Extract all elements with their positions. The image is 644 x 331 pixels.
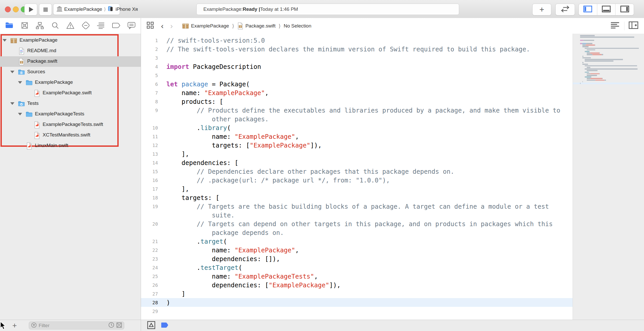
tree-row-examplepackage-swift[interactable]: ExamplePackage.swift	[0, 88, 141, 98]
stop-button[interactable]	[39, 4, 52, 15]
package-icon	[182, 23, 189, 29]
disclosure-triangle-icon[interactable]	[18, 81, 22, 84]
library-add-button[interactable]: +	[532, 4, 551, 15]
navigator-tab-find-navigator[interactable]	[50, 20, 61, 32]
code-line[interactable]: 11 name: "ExamplePackage",	[141, 132, 573, 141]
code-view[interactable]: 1// swift-tools-version:5.02// The swift…	[141, 34, 573, 320]
navigator-tab-project-navigator[interactable]	[4, 20, 15, 32]
code-line[interactable]: 7 name: "ExamplePackage",	[141, 88, 573, 97]
toggle-inspector-button[interactable]	[615, 4, 634, 15]
line-number: 20	[141, 221, 158, 227]
navigator-tab-source-control-navigator[interactable]	[19, 20, 30, 32]
navigator-tab-debug-navigator[interactable]	[95, 20, 107, 32]
tree-row-package-swift[interactable]: Package.swift	[0, 56, 141, 67]
code-line[interactable]: 24 .testTarget(	[141, 263, 573, 272]
code-line[interactable]: 21 .target(	[141, 237, 573, 246]
square-triangle-icon[interactable]	[147, 321, 155, 330]
tree-row-linuxmain-swift[interactable]: LinuxMain.swift	[0, 141, 141, 151]
run-button[interactable]	[24, 4, 37, 15]
code-line[interactable]: 19 // Targets are the basic building blo…	[141, 202, 573, 211]
filter-field[interactable]: Filter	[29, 321, 124, 329]
code-line[interactable]: 6let package = Package(	[141, 80, 573, 88]
disclosure-triangle-icon[interactable]	[18, 113, 22, 115]
code-review-button[interactable]	[555, 4, 575, 15]
code-line[interactable]: 20 // Targets can depend on other target…	[141, 219, 573, 228]
minimap-line	[587, 80, 595, 81]
code-line[interactable]: 14 dependencies: [	[141, 158, 573, 167]
close-window-button[interactable]	[5, 6, 11, 12]
code-line[interactable]: 26 dependencies: ["ExamplePackage"]),	[141, 281, 573, 289]
code-line[interactable]: 27 ]	[141, 289, 573, 298]
code-line[interactable]: 22 name: "ExamplePackage",	[141, 246, 573, 254]
debug-panel-icon	[602, 6, 611, 13]
code-line[interactable]: 15 // Dependencies declare other package…	[141, 167, 573, 176]
code-line[interactable]: 29	[141, 307, 573, 316]
code-line[interactable]: 17 ],	[141, 185, 573, 193]
tree-row-tests[interactable]: Tests	[0, 98, 141, 109]
code-line[interactable]: 10 .library(	[141, 123, 573, 132]
code-line[interactable]: 18 targets: [	[141, 193, 573, 202]
code-line[interactable]: suite.	[141, 211, 573, 219]
breakpoint-toggle-icon[interactable]	[161, 322, 169, 329]
code-line[interactable]: 9 // Products define the executables and…	[141, 106, 573, 115]
code-line[interactable]: 5	[141, 71, 573, 80]
scheme-selector[interactable]: ExamplePackage ⟩ iPhone Xʀ	[53, 4, 120, 15]
navigator-tab-issue-navigator[interactable]	[65, 20, 76, 32]
minimap[interactable]	[573, 34, 644, 320]
code-line[interactable]: 16 // .package(url: /* package url */, f…	[141, 176, 573, 185]
minimize-window-button[interactable]	[13, 6, 19, 12]
changes-filter-icon[interactable]	[116, 322, 122, 329]
navigator-tab-breakpoint-navigator[interactable]	[111, 20, 122, 32]
code-line[interactable]: 8 products: [	[141, 97, 573, 106]
breadcrumb-separator: ⟩	[279, 23, 281, 29]
tree-row-examplepackage[interactable]: ExamplePackage	[0, 35, 141, 46]
tree-row-xctestmanifests-swift[interactable]: XCTestManifests.swift	[0, 130, 141, 141]
code-line[interactable]: other packages.	[141, 115, 573, 123]
navigator-tab-test-navigator[interactable]	[80, 20, 91, 32]
toggle-navigator-button[interactable]	[579, 4, 597, 15]
breadcrumb-item[interactable]: No Selection	[284, 23, 311, 29]
tree-row-sources[interactable]: Sources	[0, 67, 141, 77]
tree-row-examplepackage[interactable]: ExamplePackage	[0, 77, 141, 88]
code-line[interactable]: 12 targets: ["ExamplePackage"]),	[141, 141, 573, 150]
breadcrumb-item[interactable]: ExamplePackage	[182, 23, 229, 29]
code-line[interactable]: 1// swift-tools-version:5.0	[141, 36, 573, 45]
tree-row-readme-md[interactable]: README.md	[0, 46, 141, 56]
activity-status: ExamplePackage: Ready | Today at 1:46 PM	[196, 4, 459, 15]
jumpbar-divider	[624, 22, 624, 30]
disclosure-triangle-icon[interactable]	[10, 71, 14, 73]
line-number: 29	[141, 309, 158, 314]
disclosure-triangle-icon[interactable]	[10, 102, 14, 105]
toggle-debug-area-button[interactable]	[597, 4, 615, 15]
line-number: 25	[141, 274, 158, 279]
code-line[interactable]: 13 ],	[141, 150, 573, 158]
editor-options-icon[interactable]	[610, 22, 620, 30]
minimap-line	[580, 40, 583, 41]
code-line[interactable]: 23 dependencies: []),	[141, 254, 573, 263]
back-button[interactable]: ‹	[161, 22, 164, 30]
disclosure-triangle-icon[interactable]	[3, 39, 7, 42]
tree-row-examplepackagetests[interactable]: ExamplePackageTests	[0, 109, 141, 119]
symbols-icon	[36, 22, 44, 30]
minimap-line	[602, 78, 603, 79]
code-line[interactable]: 3	[141, 53, 573, 62]
tree-row-examplepackagetests-swift[interactable]: ExamplePackageTests.swift	[0, 119, 141, 130]
clock-icon[interactable]	[108, 322, 114, 329]
code-line[interactable]: 4import PackageDescription	[141, 62, 573, 71]
related-items-icon[interactable]	[147, 22, 154, 30]
breadcrumb-item[interactable]: Package.swift	[237, 22, 276, 30]
code-line[interactable]: 25 name: "ExamplePackageTests",	[141, 272, 573, 281]
scheme-separator: ⟩	[104, 6, 106, 12]
source-editor[interactable]: 1// swift-tools-version:5.02// The swift…	[141, 34, 644, 320]
code-line-current[interactable]: 28)	[141, 298, 573, 307]
code-text: ],	[166, 185, 189, 193]
rows-icon	[97, 22, 105, 30]
code-line[interactable]: package depends on.	[141, 228, 573, 237]
add-editor-icon[interactable]	[629, 21, 638, 30]
navigator-tab-symbol-navigator[interactable]	[34, 20, 45, 32]
code-line[interactable]: 2// The swift-tools-version declares the…	[141, 45, 573, 53]
add-file-button[interactable]: +	[12, 321, 17, 330]
navigator-tab-report-navigator[interactable]	[126, 20, 137, 32]
navigator-panel-icon	[583, 6, 592, 13]
forward-button[interactable]: ›	[170, 22, 173, 30]
